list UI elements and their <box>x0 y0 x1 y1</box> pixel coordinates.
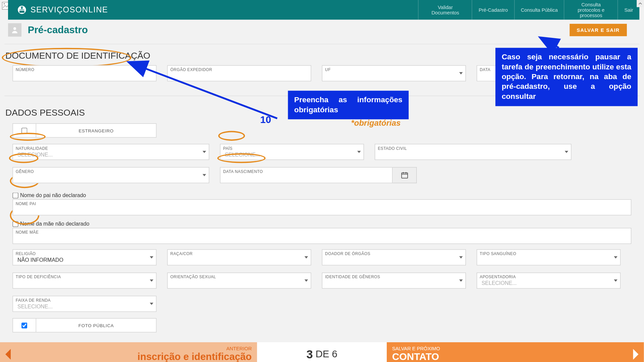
calendar-button[interactable] <box>392 167 417 183</box>
nome-pai-input[interactable] <box>13 200 631 215</box>
raca-label: RAÇA/COR <box>170 251 193 256</box>
identidade-field[interactable]: IDENTIDADE DE GÊNEROS <box>322 273 466 289</box>
nome-mae-checkbox[interactable] <box>12 221 18 227</box>
pais-field[interactable]: PAÍS SELECIONE... <box>220 144 364 160</box>
orientacao-label: ORIENTAÇÃO SEXUAL <box>170 275 216 279</box>
uf-label: UF <box>325 67 331 72</box>
orgao-field[interactable]: ÓRGÃO EXPEDIDOR <box>167 65 311 81</box>
brand: SERVIÇOSONLINE <box>8 5 108 15</box>
footer-stepper: ANTERIOR inscrição e identificação 3 DE … <box>0 342 644 362</box>
uf-field[interactable]: UF <box>322 65 466 81</box>
chevron-down-icon <box>203 174 206 176</box>
estado-civil-field[interactable]: ESTADO CIVIL <box>375 144 572 160</box>
footer-step-cur: 3 <box>307 347 313 361</box>
nome-pai-field[interactable]: NOME PAI <box>12 199 631 216</box>
svg-rect-3 <box>401 173 408 178</box>
genero-label: GÊNERO <box>16 169 34 174</box>
doador-field[interactable]: DOADOR DE ÓRGÃOS <box>322 249 466 265</box>
nome-mae-field[interactable]: NOME MÃE <box>12 228 631 244</box>
numero-input[interactable] <box>13 66 156 81</box>
chevron-down-icon <box>150 303 154 305</box>
chevron-down-icon <box>357 151 361 153</box>
aposentadoria-label: APOSENTADORIA <box>480 275 516 279</box>
footer-next[interactable]: SALVAR E PRÓXIMO CONTATO <box>387 342 644 362</box>
sangue-field[interactable]: TIPO SANGUÍNEO <box>477 249 621 265</box>
footer-next-big: CONTATO <box>392 351 440 362</box>
save-exit-button[interactable]: SALVAR E SAIR <box>570 24 627 36</box>
estado-civil-label: ESTADO CIVIL <box>378 146 407 150</box>
estrangeiro-box: ESTRANGEIRO <box>12 123 156 138</box>
chevron-down-icon <box>459 280 463 282</box>
estrangeiro-checkbox[interactable] <box>21 128 27 133</box>
religiao-label: RELIGIÃO <box>16 251 36 256</box>
raca-field[interactable]: RAÇA/COR <box>167 249 311 265</box>
chevron-down-icon <box>614 280 618 282</box>
genero-field[interactable]: GÊNERO <box>12 167 209 183</box>
chevron-down-icon <box>459 72 463 74</box>
foto-publica-box: FOTO PÚBLICA <box>12 318 156 333</box>
nav-precadastro[interactable]: Pré-Cadastro <box>472 0 514 20</box>
dados-section: DADOS PESSOAIS ESTRANGEIRO NATURALIDADE … <box>4 96 639 332</box>
data-nasc-field[interactable]: DATA NASCIMENTO <box>220 167 393 183</box>
brand-text: SERVIÇOSONLINE <box>31 5 108 14</box>
nome-pai-chk-label: Nome do pai não declarado <box>20 192 86 198</box>
calendar-icon <box>400 171 409 179</box>
orientacao-field[interactable]: ORIENTAÇÃO SEXUAL <box>167 273 311 289</box>
annotation-obrigatorias: *obrigatórias <box>351 118 400 128</box>
nome-pai-label: NOME PAI <box>16 201 36 206</box>
naturalidade-field[interactable]: NATURALIDADE SELECIONE... <box>12 144 209 160</box>
footer-step: 3 DE 6 <box>257 342 387 362</box>
footer-prev-big: inscrição e identificação <box>138 351 252 362</box>
nav-validar[interactable]: Validar Documentos <box>418 0 472 20</box>
foto-publica-checkbox[interactable] <box>21 322 27 328</box>
app-header: SERVIÇOSONLINE Validar Documentos Pré-Ca… <box>8 0 639 20</box>
orgao-label: ÓRGÃO EXPEDIDOR <box>170 67 212 72</box>
chevron-down-icon <box>150 280 154 282</box>
chevron-down-icon <box>565 151 569 153</box>
avatar-icon <box>8 23 21 37</box>
dados-title: DADOS PESSOAIS <box>5 108 85 117</box>
footer-next-small: SALVAR E PRÓXIMO <box>392 346 440 351</box>
scrollbar-up[interactable] <box>637 0 644 7</box>
faixa-renda-placeholder: SELECIONE... <box>17 303 53 310</box>
pais-placeholder: SELECIONE... <box>225 152 260 158</box>
footer-prev[interactable]: ANTERIOR inscrição e identificação <box>0 342 257 362</box>
data-nasc-label: DATA NASCIMENTO <box>223 169 263 174</box>
chevron-down-icon <box>614 256 618 258</box>
numero-label: NÚMERO <box>16 67 35 72</box>
deficiencia-field[interactable]: TIPO DE DEFICIÊNCIA <box>12 273 156 289</box>
footer-step-word: DE <box>316 349 329 360</box>
brand-icon <box>17 5 27 15</box>
chevron-right-icon <box>633 349 639 360</box>
footer-step-total: 6 <box>332 349 337 360</box>
faixa-renda-field[interactable]: FAIXA DE RENDA SELECIONE... <box>12 296 156 312</box>
nav-sair[interactable]: Sair <box>618 0 639 20</box>
page-title-bar: Pré-cadastro SALVAR E SAIR <box>8 23 639 37</box>
nome-mae-label: NOME MÃE <box>16 230 39 234</box>
chevron-down-icon <box>459 256 463 258</box>
nav-consulta[interactable]: Consulta Pública <box>514 0 564 20</box>
svg-point-2 <box>13 27 16 30</box>
nome-mae-input[interactable] <box>13 228 631 243</box>
religiao-field[interactable]: RELIGIÃO NÃO INFORMADO <box>12 249 156 265</box>
naturalidade-placeholder: SELECIONE... <box>17 152 53 158</box>
pais-label: PAÍS <box>223 146 232 150</box>
deficiencia-label: TIPO DE DEFICIÊNCIA <box>16 275 61 279</box>
header-nav: Validar Documentos Pré-Cadastro Consulta… <box>418 0 639 20</box>
estrangeiro-label: ESTRANGEIRO <box>36 128 156 133</box>
numero-field[interactable]: NÚMERO <box>12 65 156 81</box>
nav-protocolos[interactable]: Consulta protocolos e processos <box>564 0 618 20</box>
chevron-left-icon <box>5 349 11 360</box>
identidade-label: IDENTIDADE DE GÊNEROS <box>325 275 380 279</box>
data-label: DATA <box>480 67 490 72</box>
aposentadoria-field[interactable]: APOSENTADORIA SELECIONE... <box>477 273 621 289</box>
annotation-preencha: Preencha as informações obrigatórias <box>288 91 409 120</box>
sangue-label: TIPO SANGUÍNEO <box>480 251 516 256</box>
nome-pai-checkbox[interactable] <box>12 192 18 198</box>
ellipse-pais <box>218 131 245 141</box>
faixa-renda-label: FAIXA DE RENDA <box>16 298 51 302</box>
aposentadoria-placeholder: SELECIONE... <box>482 280 517 287</box>
footer-prev-small: ANTERIOR <box>138 346 252 351</box>
svg-point-1 <box>4 3 5 5</box>
naturalidade-label: NATURALIDADE <box>16 146 48 150</box>
